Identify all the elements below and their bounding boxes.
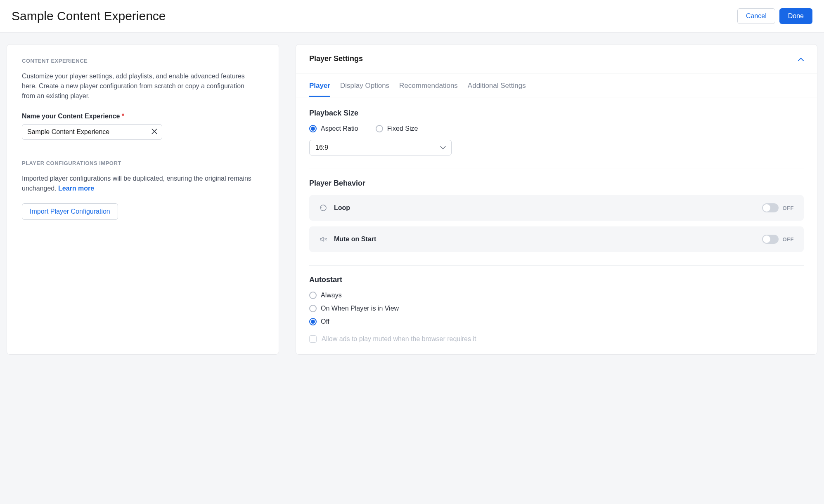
playback-size-radio-group: Aspect Ratio Fixed Size — [309, 125, 804, 132]
radio-aspect-ratio-label: Aspect Ratio — [321, 125, 358, 132]
mute-toggle-state: OFF — [783, 236, 794, 243]
chevron-up-icon — [798, 55, 804, 63]
setting-divider — [309, 169, 804, 169]
radio-fixed-size-label: Fixed Size — [387, 125, 418, 132]
setting-divider-2 — [309, 265, 804, 266]
radio-on-view[interactable] — [309, 305, 317, 312]
mute-toggle[interactable] — [762, 235, 779, 244]
header-actions: Cancel Done — [737, 8, 812, 24]
page-header: Sample Content Experience Cancel Done — [0, 0, 824, 33]
radio-option-aspect-ratio[interactable]: Aspect Ratio — [309, 125, 358, 132]
config-import-section-label: PLAYER CONFIGURATIONS IMPORT — [22, 160, 264, 166]
done-button[interactable]: Done — [779, 8, 812, 24]
radio-off[interactable] — [309, 318, 317, 325]
tab-additional-settings[interactable]: Additional Settings — [468, 73, 526, 97]
radio-always-label: Always — [321, 292, 342, 299]
clear-icon[interactable] — [152, 129, 157, 136]
config-import-description-text: Imported player configurations will be d… — [22, 175, 251, 192]
allow-ads-checkbox[interactable] — [309, 335, 317, 343]
radio-aspect-ratio[interactable] — [309, 125, 317, 132]
radio-always[interactable] — [309, 292, 317, 299]
player-settings-header[interactable]: Player Settings — [296, 45, 817, 73]
tab-player[interactable]: Player — [309, 73, 330, 97]
loop-icon — [319, 204, 327, 212]
config-import-description: Imported player configurations will be d… — [22, 174, 264, 193]
autostart-radio-list: Always On When Player is in View Off — [309, 292, 804, 325]
name-field-label-text: Name your Content Experience — [22, 113, 120, 120]
learn-more-link[interactable]: Learn more — [58, 185, 94, 192]
aspect-ratio-select-value[interactable]: 16:9 — [309, 140, 452, 155]
playback-size-title: Playback Size — [309, 109, 804, 118]
radio-option-on-view[interactable]: On When Player is in View — [309, 305, 804, 312]
loop-toggle-state: OFF — [783, 205, 794, 211]
content-experience-panel: CONTENT EXPERIENCE Customize your player… — [7, 44, 279, 355]
loop-toggle[interactable] — [762, 203, 779, 212]
cancel-button[interactable]: Cancel — [737, 8, 775, 24]
name-field-label: Name your Content Experience * — [22, 113, 264, 120]
player-behavior-title: Player Behavior — [309, 179, 804, 188]
content-experience-description: Customize your player settings, add play… — [22, 71, 253, 101]
tab-recommendations[interactable]: Recommendations — [399, 73, 458, 97]
mute-icon — [319, 235, 327, 243]
radio-option-fixed-size[interactable]: Fixed Size — [376, 125, 418, 132]
radio-off-label: Off — [321, 318, 329, 325]
divider — [22, 150, 264, 150]
tab-display-options[interactable]: Display Options — [340, 73, 389, 97]
allow-ads-row: Allow ads to play muted when the browser… — [309, 335, 804, 343]
loop-label: Loop — [334, 204, 350, 212]
radio-fixed-size[interactable] — [376, 125, 383, 132]
autostart-title: Autostart — [309, 276, 804, 284]
required-marker: * — [122, 113, 124, 120]
name-input[interactable] — [22, 124, 162, 140]
mute-label: Mute on Start — [334, 236, 376, 243]
import-config-button[interactable]: Import Player Configuration — [22, 203, 118, 220]
page-title: Sample Content Experience — [12, 9, 166, 23]
settings-tabs: Player Display Options Recommendations A… — [296, 73, 817, 97]
player-tab-body: Playback Size Aspect Ratio Fixed Size 16… — [296, 97, 817, 354]
name-input-wrapper — [22, 124, 162, 140]
player-settings-panel: Player Settings Player Display Options R… — [296, 44, 817, 355]
behavior-loop: Loop OFF — [309, 195, 804, 221]
content-experience-section-label: CONTENT EXPERIENCE — [22, 58, 264, 64]
player-settings-title: Player Settings — [309, 54, 363, 63]
radio-option-always[interactable]: Always — [309, 292, 804, 299]
radio-on-view-label: On When Player is in View — [321, 305, 399, 312]
aspect-ratio-select[interactable]: 16:9 — [309, 140, 452, 155]
radio-option-off[interactable]: Off — [309, 318, 804, 325]
behavior-mute: Mute on Start OFF — [309, 226, 804, 252]
allow-ads-label: Allow ads to play muted when the browser… — [322, 335, 476, 343]
